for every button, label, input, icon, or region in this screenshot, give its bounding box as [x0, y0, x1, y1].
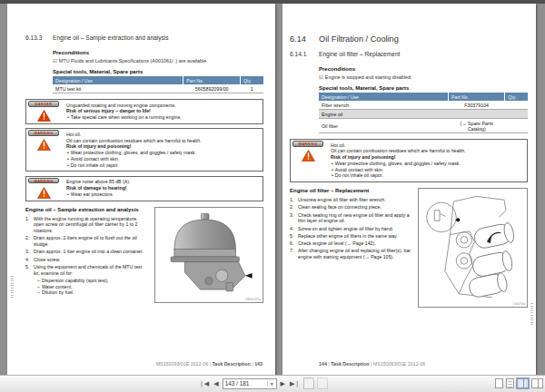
page-number-input[interactable]: [223, 379, 267, 388]
chapter-title: Oil Filtration / Cooling: [319, 34, 399, 44]
warning-label: WARNING: [28, 178, 59, 184]
page-footer: MS150093/01E 2012-06 | Task Description …: [156, 361, 263, 367]
section-heading: 6.14.1 Engine oil filter – Replacement: [290, 51, 528, 57]
chapter-number: 6.14: [290, 34, 319, 44]
document-page-143: 6.13.3 Engine oil – Sample extraction an…: [7, 4, 275, 375]
page-display-modes: [495, 378, 543, 388]
table-row: Engine oil: [319, 110, 528, 119]
col-qty: Qty.: [240, 76, 263, 84]
precondition-item: ☑ MTU Fluids and Lubricants Specificatio…: [53, 58, 263, 64]
oil-filter-replacement-illustration: [419, 189, 527, 307]
warning-triangle-icon: [302, 150, 315, 162]
preconditions-heading: Preconditions: [53, 50, 263, 55]
warning-triangle-icon: [37, 187, 51, 199]
last-page-button[interactable]: ▶❘: [289, 377, 301, 389]
warning-label: WARNING: [292, 141, 323, 147]
page-navigation: ❘◀ ◀ ▼ ▶ ▶❘: [198, 377, 328, 389]
danger-box: DANGER Unguarded rotating and moving eng…: [25, 99, 263, 124]
pdf-viewer-toolbar: ❘◀ ◀ ▼ ▶ ▶❘: [0, 375, 545, 392]
danger-label: DANGER: [28, 101, 59, 107]
tools-table: Designation / Use Part No. Qty. MTU test…: [53, 76, 263, 93]
oil-filter-illustration: [155, 208, 263, 302]
section-title: Engine oil filter – Replacement: [319, 51, 400, 57]
warning-triangle-icon: [37, 139, 51, 151]
two-page-continuous-view-button[interactable]: [531, 378, 543, 388]
preconditions-heading: Preconditions: [319, 66, 528, 72]
page-number-box: ▼: [223, 378, 277, 389]
procedure-title: Engine oil filter – Replacement: [290, 188, 415, 193]
table-row: MTU test kit 5605892099/00 1: [53, 84, 263, 93]
margin-vertical-code: [11, 276, 14, 299]
page-number: 143: [254, 361, 263, 367]
col-designation: Designation / Use: [319, 93, 449, 101]
centrifugal-oil-filter-figure: 18000225a: [154, 207, 263, 303]
warning-box-hot-oil: WARNING Hot oil. Oil can contain combust…: [25, 128, 263, 172]
previous-view-button[interactable]: [303, 377, 314, 389]
col-designation: Designation / Use: [53, 76, 183, 84]
tools-table: Designation / Use Part No. Qty. Filter w…: [319, 93, 528, 133]
procedure-title: Engine oil – Sample extraction and analy…: [25, 207, 149, 212]
col-part-no: Part No.: [449, 93, 505, 101]
warning-box-noise: WARNING Engine noise above 85 dB (A). Ri…: [25, 176, 263, 201]
section-title: Engine oil – Sample extraction and analy…: [53, 34, 169, 41]
section-number: 6.14.1: [290, 51, 319, 57]
chapter-heading: 6.14 Oil Filtration / Cooling: [290, 34, 528, 44]
warning-box-hot-oil: WARNING Hot oil. Oil can contain combust…: [290, 139, 528, 182]
single-page-view-button[interactable]: [495, 378, 503, 388]
precondition-item: ☑ Engine is stopped and starting disable…: [319, 74, 528, 80]
table-row: Filter wrench F30379104: [319, 101, 528, 110]
next-view-button[interactable]: [317, 377, 328, 389]
special-tools-heading: Special tools, Material, Spare parts: [319, 85, 528, 91]
warning-label: WARNING: [28, 130, 59, 136]
special-tools-heading: Special tools, Material, Spare parts: [53, 69, 263, 74]
first-page-button[interactable]: ❘◀: [198, 377, 210, 389]
two-page-view-button[interactable]: [517, 378, 529, 388]
col-qty: Qty.: [505, 93, 528, 101]
continuous-view-button[interactable]: [506, 378, 514, 388]
figure-code: 18000225a: [245, 298, 261, 301]
warning-triangle-icon: [37, 110, 51, 122]
section-heading: 6.13.3 Engine oil – Sample extraction an…: [25, 34, 263, 41]
page-number: 144: [319, 361, 327, 367]
document-page-144: 6.14 Oil Filtration / Cooling 6.14.1 Eng…: [282, 4, 536, 375]
page-dropdown-caret-icon[interactable]: ▼: [267, 381, 276, 387]
margin-vertical-code: [530, 303, 533, 327]
section-number: 6.13.3: [25, 34, 53, 41]
figure-code: 100070a: [513, 302, 525, 306]
engine-oil-filters-figure: 100070a: [418, 188, 528, 308]
next-page-button[interactable]: ▶: [280, 377, 286, 389]
checkbox-icon: ☑: [53, 58, 57, 64]
previous-page-button[interactable]: ◀: [213, 377, 219, 389]
col-part-no: Part No.: [183, 76, 241, 84]
checkbox-icon: ☑: [319, 74, 323, 80]
page-footer: 144 | Task Description | MS150093/01E 20…: [319, 361, 425, 367]
table-row: Oil filter (→ Spare Parts Catalog): [319, 119, 528, 133]
